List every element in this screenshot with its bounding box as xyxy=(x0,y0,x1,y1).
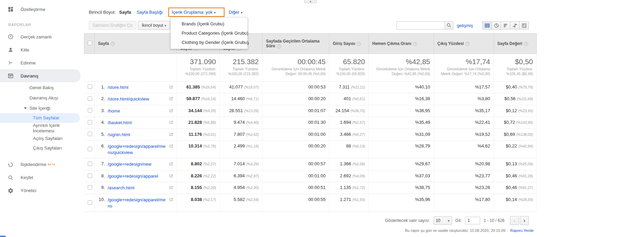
open-in-new-icon[interactable] xyxy=(169,108,174,114)
page-link[interactable]: /store.html xyxy=(108,84,167,91)
advanced-filter-link[interactable]: gelişmiş xyxy=(457,23,473,28)
table-row: 2./store.html/quickview 59.877(%16,14) 1… xyxy=(84,93,537,105)
page-link[interactable]: /google+redesign/apparel xyxy=(108,173,167,179)
row-number: 1. xyxy=(96,84,105,90)
data-table-view-button[interactable] xyxy=(482,21,492,29)
sidebar-item-customization[interactable]: Özelleştirme xyxy=(0,3,84,16)
open-in-new-icon[interactable] xyxy=(169,120,174,126)
sidebar-item-realtime[interactable]: Gerçek zamanlı xyxy=(0,30,84,43)
row-checkbox[interactable] xyxy=(88,147,92,151)
pivot-view-button[interactable] xyxy=(519,21,529,29)
percentage-view-button[interactable] xyxy=(491,21,501,29)
open-in-new-icon[interactable] xyxy=(169,144,174,149)
sidebar-item-all-pages[interactable]: Tüm Sayfalar xyxy=(0,113,80,123)
open-in-new-icon[interactable] xyxy=(169,96,174,102)
sidebar-item-label: İlişkilendirme xyxy=(21,162,46,167)
sidebar-item-attribution[interactable]: İlişkilendirme BETA xyxy=(0,158,84,171)
dimension-content-grouping-link[interactable]: İçerik Gruplama: yok xyxy=(172,10,216,15)
page-link[interactable]: /basket.html xyxy=(108,120,167,126)
sidebar-item-behavior[interactable]: Davranış xyxy=(0,69,81,82)
dropdown-item-clothing-by-gender[interactable]: Clothing by Gender (İçerik Grubu) xyxy=(171,38,247,47)
sidebar-item-admin[interactable]: Yönetici xyxy=(0,184,84,197)
secondary-dimension-button[interactable]: İkincil boyut xyxy=(138,21,170,30)
table-search-input[interactable] xyxy=(397,21,445,29)
goto-page-input[interactable] xyxy=(465,217,480,224)
summary-exit-rate: %17,74Görüntüleme İçin Ortalama Metrik D… xyxy=(434,54,494,82)
sidebar-item-content-drilldown[interactable]: Ayrıntılı İçerik İncelemesi xyxy=(0,123,84,134)
dimension-page-title-link[interactable]: Sayfa Başlığı xyxy=(136,10,163,15)
row-checkbox[interactable] xyxy=(88,96,92,101)
sidebar-item-site-content[interactable]: Site İçeriği xyxy=(0,103,84,113)
cropped-bottom-element xyxy=(0,236,6,237)
column-header-entrances[interactable]: Giriş Sayısı xyxy=(329,34,369,54)
sidebar-item-audience[interactable]: Kitle xyxy=(0,43,84,56)
open-in-new-icon[interactable] xyxy=(169,132,174,138)
report-main: Birincil Boyut: Sayfa Sayfa Başlığı İçer… xyxy=(84,0,536,237)
sidebar-item-behavior-overview[interactable]: Genel Bakış xyxy=(0,82,84,93)
page-link[interactable]: /google+redesign/apparel/mens xyxy=(108,197,167,209)
sidebar-item-exit-pages[interactable]: Çıkış Sayfaları xyxy=(0,144,84,153)
help-icon[interactable] xyxy=(413,42,417,46)
chevron-down-icon xyxy=(447,218,450,223)
refresh-report-link[interactable]: Raporu Yenile xyxy=(510,228,534,233)
help-icon[interactable] xyxy=(277,44,281,48)
sidebar-item-label: Gerçek zamanlı xyxy=(21,34,52,39)
row-checkbox[interactable] xyxy=(88,108,92,112)
column-header-bounce-rate[interactable]: Hemen Çıkma Oranı xyxy=(369,34,434,54)
row-checkbox[interactable] xyxy=(88,84,92,89)
search-button[interactable] xyxy=(445,21,453,29)
row-number: 7. xyxy=(96,161,105,166)
page-link[interactable]: /signin.html xyxy=(108,132,167,138)
sidebar-item-acquisition[interactable]: Edinme xyxy=(0,56,84,69)
help-icon[interactable] xyxy=(111,42,115,46)
help-icon[interactable] xyxy=(465,42,470,46)
page-link[interactable]: /home xyxy=(108,108,167,114)
row-checkbox[interactable] xyxy=(88,132,92,136)
sidebar-item-label: Kitle xyxy=(21,47,29,52)
row-number: 3. xyxy=(96,108,105,113)
rows-per-page-select[interactable]: 10 xyxy=(434,216,452,225)
open-in-new-icon[interactable] xyxy=(169,162,174,167)
open-in-new-icon[interactable] xyxy=(169,174,174,179)
dimension-other-link[interactable]: Diğer xyxy=(229,10,242,15)
dimension-page-selected[interactable]: Sayfa xyxy=(119,10,131,15)
summary-avg-time: 00:00:45Görüntüleme İçin Ortalama Metrik… xyxy=(263,54,329,82)
analytics-report-page: Özelleştirme RAPORLAR Gerçek zamanlı Kit… xyxy=(0,0,644,237)
performance-view-button[interactable] xyxy=(501,21,510,29)
row-checkbox[interactable] xyxy=(88,200,92,205)
dropdown-item-brands[interactable]: Brands (İçerik Grubu) xyxy=(171,19,247,28)
help-icon[interactable] xyxy=(357,42,361,46)
page-link[interactable]: /google+redesign/apparel/mens/quickview xyxy=(108,143,167,155)
select-all-header-cell xyxy=(84,34,95,54)
row-checkbox[interactable] xyxy=(88,174,92,178)
acquisition-icon xyxy=(8,60,14,66)
summary-pageviews: 371.090Toplam Yüzdesi: %100,00 (371.090) xyxy=(177,54,220,82)
select-all-checkbox[interactable] xyxy=(88,41,92,45)
page-link[interactable]: /google+redesign/new xyxy=(108,161,167,167)
next-page-button[interactable] xyxy=(520,216,529,225)
cropped-dropdown-remnant[interactable] xyxy=(304,0,317,3)
row-checkbox[interactable] xyxy=(88,162,92,166)
sidebar-item-behavior-flow[interactable]: Davranış Akışı xyxy=(0,93,84,103)
row-checkbox[interactable] xyxy=(88,185,92,190)
column-header-exit-rate[interactable]: Çıkış Yüzdesi xyxy=(434,34,494,54)
sidebar-item-discover[interactable]: Keşfet xyxy=(0,171,84,184)
open-in-new-icon[interactable] xyxy=(169,197,174,203)
table-pagination: Gösterilecek satır sayısı: 10 Git: 1 - 1… xyxy=(84,212,536,225)
reports-heading: RAPORLAR xyxy=(0,16,84,30)
page-link[interactable]: /store.html/quickview xyxy=(108,96,167,102)
column-header-page[interactable]: Sayfa xyxy=(95,34,177,54)
open-in-new-icon[interactable] xyxy=(169,85,174,90)
comparison-view-button[interactable] xyxy=(510,21,520,29)
row-checkbox[interactable] xyxy=(88,120,92,125)
table-header-row: Sayfa Sayfa Görüntüleme Sayısı Tekil Say… xyxy=(84,34,537,54)
open-in-new-icon[interactable] xyxy=(169,185,174,191)
help-icon[interactable] xyxy=(524,42,528,46)
page-link[interactable]: /asearch.html xyxy=(108,185,167,191)
column-header-avg-time[interactable]: Sayfada Geçirilen Ortalama Süre xyxy=(263,34,329,54)
column-header-page-value[interactable]: Sayfa Değeri xyxy=(494,34,537,54)
sidebar-item-landing-pages[interactable]: Açılış Sayfaları xyxy=(0,134,84,144)
pager xyxy=(510,216,529,225)
dropdown-item-product-categories[interactable]: Product Categories (İçerik Grubu) xyxy=(171,28,247,38)
sidebar-item-label: Keşfet xyxy=(21,175,33,180)
